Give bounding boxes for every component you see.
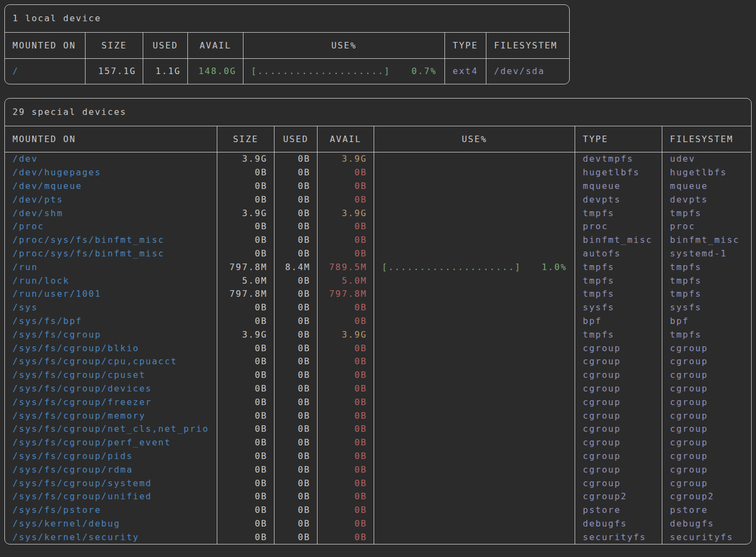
avail-cell: 0B xyxy=(318,368,374,382)
filesystem-cell-value: mqueue xyxy=(670,181,708,191)
table-row: /proc/sys/fs/binfmt_misc0B0B0Bautofssyst… xyxy=(5,247,751,260)
mount-point-cell: /proc/sys/fs/binfmt_misc xyxy=(5,233,217,247)
column-header-label: TYPE xyxy=(583,134,608,144)
avail-cell-value: 0B xyxy=(355,411,367,421)
use-percent-cell xyxy=(374,341,575,355)
size-cell: 0B xyxy=(217,233,275,247)
avail-cell-value: 5.0M xyxy=(342,276,367,286)
filesystem-cell: /dev/sda xyxy=(486,59,569,84)
filesystem-cell-value: udev xyxy=(670,154,696,164)
avail-cell: 0B xyxy=(318,314,374,328)
mount-point-cell: /dev/hugepages xyxy=(5,166,217,179)
used-cell: 0B xyxy=(275,476,318,490)
use-percent-cell xyxy=(374,395,575,409)
type-cell-value: cgroup xyxy=(583,411,621,421)
table-row: /run/lock5.0M0B5.0Mtmpfstmpfs xyxy=(5,274,751,287)
mount-point-cell-value: /sys/fs/cgroup/blkio xyxy=(13,343,139,353)
used-cell-value: 0B xyxy=(298,356,310,366)
avail-cell: 0B xyxy=(318,166,374,179)
used-cell: 0B xyxy=(275,382,318,395)
table-row: /dev/mqueue0B0B0Bmqueuemqueue xyxy=(5,179,751,193)
table-row: /sys/fs/cgroup/memory0B0B0Bcgroupcgroup xyxy=(5,409,751,423)
size-cell-value: 0B xyxy=(255,302,267,313)
avail-cell: 0B xyxy=(318,219,374,233)
size-cell-value: 5.0M xyxy=(242,276,267,286)
filesystem-cell: bpf xyxy=(662,314,751,328)
used-cell-value: 0B xyxy=(298,194,310,205)
used-cell-value: 0B xyxy=(298,221,310,231)
used-cell-value: 0B xyxy=(298,235,310,245)
type-cell-value: cgroup xyxy=(583,424,621,434)
usage-bar: [....................] xyxy=(251,66,391,76)
mount-point-cell: /sys/fs/cgroup/cpu,cpuacct xyxy=(5,354,217,368)
size-cell: 0B xyxy=(217,382,275,395)
size-cell: 0B xyxy=(217,219,275,233)
filesystem-cell: hugetlbfs xyxy=(662,166,751,179)
mount-point-cell: /sys/fs/cgroup/cpuset xyxy=(5,368,217,382)
used-cell: 0B xyxy=(275,247,318,260)
filesystem-cell-value: cgroup2 xyxy=(670,491,714,501)
avail-cell: 0B xyxy=(318,341,374,355)
table-row: /dev/shm3.9G0B3.9Gtmpfstmpfs xyxy=(5,206,751,220)
type-cell: proc xyxy=(575,219,662,233)
type-cell: devtmpfs xyxy=(575,152,662,166)
type-cell: cgroup xyxy=(575,422,662,436)
avail-cell: 797.8M xyxy=(318,287,374,301)
table-row: /sys0B0B0Bsysfssysfs xyxy=(5,301,751,314)
avail-cell: 0B xyxy=(318,436,374,449)
used-cell-value: 0B xyxy=(298,154,310,164)
filesystem-cell-value: bpf xyxy=(670,316,689,326)
use-percent-cell xyxy=(374,301,575,314)
mount-point-cell-value: /dev xyxy=(13,154,38,164)
size-cell: 3.9G xyxy=(217,328,275,341)
size-cell-value: 0B xyxy=(255,235,267,245)
used-cell: 0B xyxy=(275,503,318,517)
mount-point-cell: /sys/fs/bpf xyxy=(5,314,217,328)
use-percent-cell xyxy=(374,503,575,517)
table-row: /sys/fs/cgroup/net_cls,net_prio0B0B0Bcgr… xyxy=(5,422,751,436)
used-cell-value: 0B xyxy=(298,411,310,421)
size-cell-value: 0B xyxy=(255,221,267,231)
col-header-type: TYPE xyxy=(445,33,486,58)
avail-cell-value: 0B xyxy=(355,248,367,259)
size-cell: 3.9G xyxy=(217,206,275,220)
filesystem-cell-value: sysfs xyxy=(670,302,702,313)
size-cell-value: 0B xyxy=(255,397,267,407)
size-cell-value: 3.9G xyxy=(242,329,267,340)
used-cell-value: 0B xyxy=(298,316,310,326)
used-cell: 0B xyxy=(275,517,318,530)
type-cell-value: binfmt_misc xyxy=(583,235,653,245)
avail-cell-value: 0B xyxy=(355,356,367,366)
used-cell-value: 0B xyxy=(298,505,310,515)
use-percent-cell xyxy=(374,463,575,476)
filesystem-cell: tmpfs xyxy=(662,260,751,274)
use-percent-cell: [....................]1.0% xyxy=(374,260,575,274)
mount-point-cell: /sys/fs/pstore xyxy=(5,503,217,517)
mount-point-cell-value: /proc xyxy=(13,221,44,231)
avail-cell: 0B xyxy=(318,449,374,463)
avail-cell: 5.0M xyxy=(318,274,374,287)
type-cell: tmpfs xyxy=(575,328,662,341)
avail-cell: 0B xyxy=(318,409,374,423)
table-row: /sys/fs/cgroup/blkio0B0B0Bcgroupcgroup xyxy=(5,341,751,355)
type-cell-value: tmpfs xyxy=(583,262,614,272)
size-cell: 0B xyxy=(217,166,275,179)
type-cell-value: pstore xyxy=(583,505,621,515)
avail-cell-value: 0B xyxy=(355,451,367,461)
mount-point-cell: /sys/fs/cgroup/unified xyxy=(5,489,217,503)
avail-cell-value: 0B xyxy=(355,194,367,205)
used-cell-value: 0B xyxy=(298,276,310,286)
filesystem-cell: tmpfs xyxy=(662,328,751,341)
mount-point-cell-value: /sys/fs/cgroup/unified xyxy=(13,491,152,501)
column-header-label: TYPE xyxy=(453,40,478,51)
avail-cell-value: 797.8M xyxy=(329,289,367,299)
use-percent-cell xyxy=(374,489,575,503)
avail-cell: 3.9G xyxy=(318,206,374,220)
filesystem-cell: cgroup xyxy=(662,449,751,463)
avail-cell-value: 0B xyxy=(355,343,367,353)
used-cell-value: 0B xyxy=(298,464,310,475)
type-cell: cgroup xyxy=(575,368,662,382)
used-cell: 0B xyxy=(275,287,318,301)
table-row: /sys/fs/cgroup/unified0B0B0Bcgroup2cgrou… xyxy=(5,489,751,503)
type-cell-value: hugetlbfs xyxy=(583,167,640,177)
